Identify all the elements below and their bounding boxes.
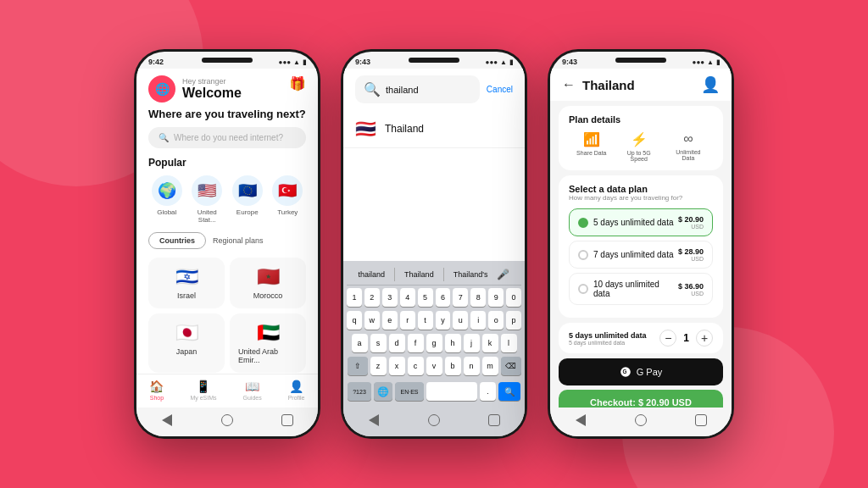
key-g[interactable]: g	[426, 334, 442, 352]
flag-us: 🇺🇸	[192, 175, 222, 206]
key-p[interactable]: p	[506, 311, 521, 330]
nav-shop[interactable]: 🏠 Shop	[149, 380, 164, 401]
autocomplete-3[interactable]: Thailand's	[453, 270, 488, 279]
key-x[interactable]: x	[389, 357, 405, 375]
key-lang[interactable]: EN·ES	[395, 382, 424, 401]
key-space[interactable]	[426, 382, 477, 401]
key-0[interactable]: 0	[506, 288, 521, 307]
key-3[interactable]: 3	[382, 288, 398, 307]
key-f[interactable]: f	[408, 334, 424, 352]
plan-10days-currency: USD	[678, 291, 704, 297]
nav-profile[interactable]: 👤 Profile	[288, 380, 305, 401]
key-w[interactable]: w	[364, 311, 380, 330]
key-h[interactable]: h	[445, 334, 461, 352]
autocomplete-1[interactable]: thailand	[359, 270, 386, 279]
country-japan[interactable]: 🇯🇵 Japan	[148, 313, 225, 373]
data-plan-title: Select a data plan	[569, 184, 713, 194]
label-global: Global	[157, 208, 176, 216]
key-b[interactable]: b	[445, 357, 461, 375]
recents-btn-2[interactable]	[487, 413, 502, 428]
key-1[interactable]: 1	[347, 288, 362, 307]
result-flag-thailand: 🇹🇭	[355, 119, 376, 139]
key-l[interactable]: l	[501, 334, 517, 352]
tab-regional[interactable]: Regional plans	[213, 236, 264, 245]
key-7[interactable]: 7	[453, 288, 468, 307]
key-v[interactable]: v	[426, 357, 442, 375]
plan-option-10days[interactable]: 10 days unlimited data $ 36.90 USD	[569, 273, 713, 305]
back-btn-3[interactable]	[573, 413, 588, 428]
key-backspace[interactable]: ⌫	[501, 357, 521, 375]
gpay-button[interactable]: G G Pay	[559, 358, 723, 385]
flag-europe: 🇪🇺	[232, 175, 263, 206]
popular-item-global[interactable]: 🌍 Global	[148, 175, 186, 224]
country-uae[interactable]: 🇦🇪 United Arab Emir...	[230, 313, 306, 373]
qty-plus[interactable]: +	[696, 330, 713, 347]
cancel-button[interactable]: Cancel	[487, 85, 513, 94]
plan-details-section: Plan details 📶 Share Data ⚡ Up to 5G Spe…	[559, 106, 723, 170]
home-btn-1[interactable]	[220, 413, 235, 428]
nav-esims[interactable]: 📱 My eSIMs	[190, 380, 216, 401]
key-search[interactable]: 🔍	[498, 382, 520, 401]
key-d[interactable]: d	[389, 334, 405, 352]
home-btn-3[interactable]	[633, 413, 648, 428]
key-6[interactable]: 6	[436, 288, 451, 307]
key-s[interactable]: s	[370, 334, 387, 352]
shop-label: Shop	[150, 395, 164, 401]
plan-option-7days[interactable]: 7 days unlimited data $ 28.90 USD	[569, 241, 713, 269]
qty-minus[interactable]: −	[659, 330, 676, 347]
key-j[interactable]: j	[464, 334, 480, 352]
key-a[interactable]: a	[352, 334, 368, 352]
mic-icon[interactable]: 🎤	[497, 269, 509, 280]
key-5[interactable]: 5	[418, 288, 433, 307]
key-2[interactable]: 2	[364, 288, 380, 307]
search-result-thailand[interactable]: 🇹🇭 Thailand	[343, 110, 525, 148]
key-e[interactable]: e	[382, 311, 398, 330]
tab-row: Countries Regional plans	[136, 232, 318, 258]
key-c[interactable]: c	[408, 357, 424, 375]
country-morocco[interactable]: 🇲🇦 Morocco	[230, 258, 306, 308]
phone-2-screen: 9:43 ●●● ▲ ▮ 🔍 thailand Cancel 🇹🇭	[343, 52, 525, 436]
key-4[interactable]: 4	[400, 288, 415, 307]
key-9[interactable]: 9	[488, 288, 504, 307]
plan-features: 📶 Share Data ⚡ Up to 5G Speed ∞ Unlimite…	[569, 131, 713, 162]
key-u[interactable]: u	[453, 311, 468, 330]
search-bar[interactable]: 🔍 Where do you need internet?	[148, 127, 306, 148]
popular-item-europe[interactable]: 🇪🇺 Europe	[229, 175, 266, 224]
key-period[interactable]: .	[480, 382, 496, 401]
key-r[interactable]: r	[400, 311, 415, 330]
checkout-button[interactable]: Checkout: $ 20.90 USD	[559, 390, 723, 408]
key-q[interactable]: q	[347, 311, 362, 330]
back-btn-2[interactable]	[366, 413, 381, 428]
radio-5days	[578, 218, 588, 228]
key-k[interactable]: k	[482, 334, 498, 352]
country-israel[interactable]: 🇮🇱 Israel	[148, 258, 225, 308]
key-n[interactable]: n	[464, 357, 480, 375]
recents-btn-3[interactable]	[693, 413, 709, 428]
tab-countries[interactable]: Countries	[148, 232, 206, 249]
label-turkey: Turkey	[277, 208, 298, 216]
search-input-active[interactable]: 🔍 thailand	[355, 75, 480, 103]
key-m[interactable]: m	[482, 357, 498, 375]
popular-item-us[interactable]: 🇺🇸 United Stat...	[189, 175, 226, 224]
key-emoji[interactable]: 🌐	[374, 382, 392, 401]
key-y[interactable]: y	[436, 311, 451, 330]
key-t[interactable]: t	[418, 311, 433, 330]
popular-item-turkey[interactable]: 🇹🇷 Turkey	[270, 175, 307, 224]
unlimited-label: Unlimited Data	[671, 149, 705, 161]
recents-btn-1[interactable]	[280, 413, 295, 428]
nav-guides[interactable]: 📖 Guides	[243, 380, 262, 401]
key-shift[interactable]: ⇧	[348, 357, 368, 375]
key-z[interactable]: z	[370, 357, 387, 375]
signal-icon-2: ●●●	[486, 58, 498, 66]
key-i[interactable]: i	[470, 311, 486, 330]
back-arrow[interactable]: ←	[562, 77, 576, 92]
home-btn-2[interactable]	[426, 413, 442, 428]
key-num[interactable]: ?123	[348, 382, 371, 401]
plan-option-5days[interactable]: 5 days unlimited data $ 20.90 USD	[569, 208, 713, 236]
back-btn-1[interactable]	[159, 413, 175, 428]
key-8[interactable]: 8	[470, 288, 486, 307]
gift-icon[interactable]: 🎁	[289, 75, 306, 92]
welcome-content: 🌐 Hey stranger Welcome 🎁 Where are you t…	[136, 69, 318, 408]
key-o[interactable]: o	[488, 311, 504, 330]
autocomplete-2[interactable]: Thailand	[404, 270, 434, 279]
